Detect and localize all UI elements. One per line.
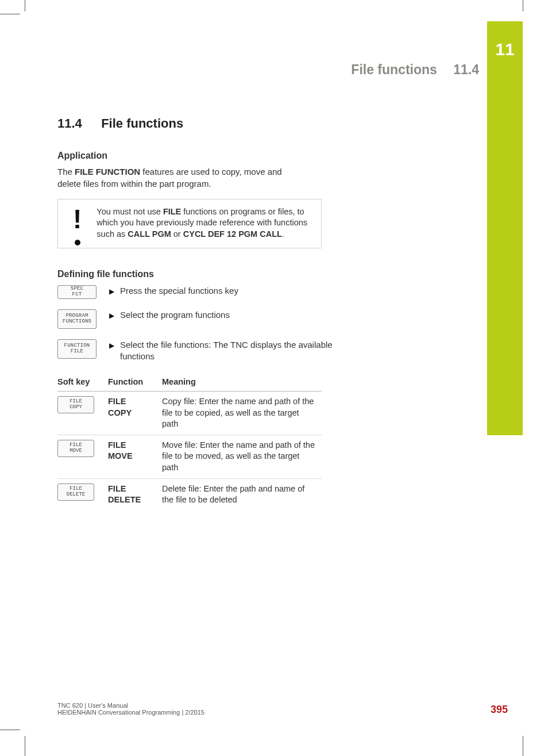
triangle-icon: ▶ [109, 309, 114, 321]
table-row: FILE COPY FILE COPY Copy file: Enter the… [57, 392, 322, 435]
text: You must not use [97, 207, 163, 216]
col-function: Function [108, 373, 162, 392]
warning-box: ! You must not use FILE functions on pro… [57, 199, 322, 249]
softkey-file-delete-icon: FILE DELETE [57, 483, 94, 501]
cell-function: FILE DELETE [108, 478, 162, 511]
key-program-functions-icon: PROGRAM FUNCTIONS [57, 309, 97, 329]
step-description: ▶ Press the special functions key [109, 285, 238, 297]
hard-key: SPEC FCT [57, 285, 97, 299]
softkey-file-copy-icon: FILE COPY [57, 396, 94, 413]
cell-meaning: Move file: Enter the name and path of th… [162, 435, 322, 478]
key-label: MOVE [58, 448, 94, 454]
footer-line1: TNC 620 | User's Manual [57, 702, 204, 709]
running-header: File functions 11.4 [57, 62, 479, 78]
footer-line2: HEIDENHAIN Conversational Programming | … [57, 709, 204, 716]
step-row: SPEC FCT ▶ Press the special functions k… [57, 285, 362, 299]
step-list: SPEC FCT ▶ Press the special functions k… [57, 285, 362, 363]
page-footer: TNC 620 | User's Manual HEIDENHAIN Conve… [57, 702, 508, 716]
section-title: File functions [101, 116, 183, 131]
application-heading: Application [57, 149, 362, 162]
step-row: PROGRAM FUNCTIONS ▶ Select the program f… [57, 309, 362, 329]
cell-meaning: Delete file: Enter the path and name of … [162, 478, 322, 511]
table-header-row: Soft key Function Meaning [57, 373, 322, 392]
running-header-section: 11.4 [453, 62, 479, 77]
key-label: FILE [58, 349, 96, 355]
soft-key: FUNCTION FILE [57, 339, 97, 359]
step-description: ▶ Select the file functions: The TNC dis… [109, 339, 362, 363]
crop-mark [523, 0, 523, 11]
text: MOVE [108, 451, 133, 460]
text-bold: CYCL DEF 12 PGM CALL [183, 229, 282, 239]
warning-text: You must not use FILE functions on progr… [97, 206, 313, 240]
key-label: FCT [58, 292, 96, 298]
text-bold: FILE [163, 207, 181, 216]
step-text: Select the file functions: The TNC displ… [120, 339, 362, 363]
text: . [282, 229, 284, 239]
text: DELETE [108, 495, 141, 504]
key-label: COPY [58, 405, 94, 410]
footer-text: TNC 620 | User's Manual HEIDENHAIN Conve… [57, 702, 204, 716]
cell-function: FILE MOVE [108, 435, 162, 478]
content: 11.4 File functions Application The FILE… [57, 115, 362, 511]
key-label: DELETE [58, 492, 94, 498]
section-number: 11.4 [57, 115, 98, 132]
step-text: Select the program functions [120, 309, 230, 321]
soft-key: PROGRAM FUNCTIONS [57, 309, 97, 329]
triangle-icon: ▶ [109, 285, 114, 297]
text-bold: CALL PGM [128, 229, 171, 239]
text-bold: FILE FUNCTION [75, 167, 140, 176]
table-row: FILE MOVE FILE MOVE Move file: Enter the… [57, 435, 322, 478]
cell-function: FILE COPY [108, 392, 162, 435]
section-heading: 11.4 File functions [57, 115, 362, 132]
text: FILE [108, 440, 126, 450]
cell-softkey: FILE COPY [57, 392, 108, 435]
col-meaning: Meaning [162, 373, 322, 392]
function-table: Soft key Function Meaning FILE COPY FILE [57, 373, 322, 511]
page-number: 395 [491, 704, 508, 716]
softkey-file-move-icon: FILE MOVE [57, 440, 94, 457]
key-label: FUNCTIONS [58, 319, 96, 325]
text: COPY [108, 408, 132, 417]
step-row: FUNCTION FILE ▶ Select the file function… [57, 339, 362, 363]
crop-mark [523, 736, 523, 756]
application-paragraph: The FILE FUNCTION features are used to c… [57, 166, 299, 190]
triangle-icon: ▶ [109, 339, 114, 363]
col-softkey: Soft key [57, 373, 108, 392]
crop-mark [25, 736, 25, 756]
text: FILE [108, 397, 126, 406]
chapter-tab: 11 [487, 21, 523, 435]
cell-softkey: FILE DELETE [57, 478, 108, 511]
crop-mark [0, 14, 20, 14]
crop-mark [0, 730, 20, 730]
text: FILE [108, 484, 126, 493]
key-function-file-icon: FUNCTION FILE [57, 339, 97, 359]
cell-softkey: FILE MOVE [57, 435, 108, 478]
defining-heading: Defining file functions [57, 268, 362, 281]
key-spec-fct-icon: SPEC FCT [57, 285, 97, 299]
crop-mark [25, 0, 25, 11]
step-text: Press the special functions key [120, 285, 238, 297]
running-header-title: File functions [351, 62, 437, 77]
text: or [171, 229, 183, 239]
cell-meaning: Copy file: Enter the name and path of th… [162, 392, 322, 435]
page: 11 File functions 11.4 11.4 File functio… [0, 0, 548, 756]
step-description: ▶ Select the program functions [109, 309, 230, 321]
exclamation-icon: ! [66, 206, 82, 240]
table-row: FILE DELETE FILE DELETE Delete file: Ent… [57, 478, 322, 511]
text: The [57, 167, 75, 176]
